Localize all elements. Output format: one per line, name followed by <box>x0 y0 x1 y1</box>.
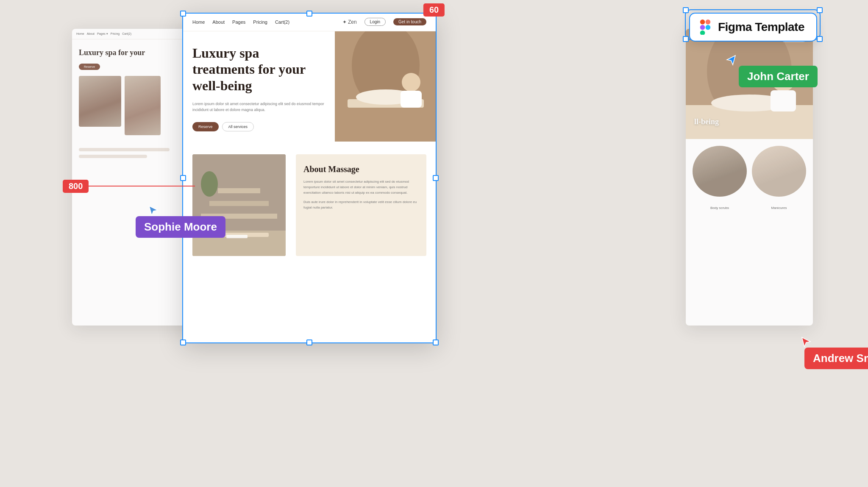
left-img-1 <box>79 76 121 127</box>
nav-contact-button[interactable]: Get in touch <box>393 18 426 25</box>
left-nav: Home About Pages ▾ Pricing Cart(2) <box>72 29 199 39</box>
john-carter-badge: John Carter <box>739 66 818 87</box>
svg-rect-25 <box>700 31 705 35</box>
andrew-smith-badge: Andrew Smith <box>804 348 868 369</box>
right-thumb-2 <box>752 146 806 197</box>
left-reserve-btn[interactable]: Reserve <box>79 64 100 70</box>
right-hero-title: ll-being <box>694 117 719 126</box>
hero-image <box>335 31 437 142</box>
figma-handle-tr[interactable] <box>817 7 823 13</box>
left-bottom <box>72 144 199 162</box>
left-preview-frame: Home About Pages ▾ Pricing Cart(2) Luxur… <box>72 29 199 326</box>
right-label-2: Manicures <box>752 206 806 210</box>
about-title: About Massage <box>303 164 419 174</box>
spa-hero-section: Luxury spa treatments for your well-bein… <box>182 31 437 142</box>
john-cursor-icon <box>725 54 737 66</box>
svg-rect-23 <box>706 19 711 25</box>
spa-about-section: About Massage Lorem ipsum dolor sit amet… <box>182 142 437 269</box>
right-thumb-1 <box>693 146 747 197</box>
lf-nav-pricing: Pricing <box>111 32 120 36</box>
svg-rect-22 <box>700 19 705 25</box>
nav-cart[interactable]: Cart(2) <box>275 19 289 25</box>
svg-rect-24 <box>700 25 705 30</box>
lf-nav-pages: Pages ▾ <box>97 32 108 36</box>
left-img-2 <box>125 76 161 135</box>
right-labels: Body scrubs Manicures <box>686 203 813 210</box>
measurement-top-label: 60 <box>423 3 445 17</box>
nav-login-button[interactable]: Login <box>364 18 386 26</box>
hero-title: Luxury spa treatments for your well-bein… <box>192 45 325 94</box>
right-hero-text: ll-being <box>694 117 719 126</box>
svg-rect-13 <box>226 235 248 238</box>
svg-rect-10 <box>218 188 260 193</box>
nav-pricing[interactable]: Pricing <box>253 19 267 25</box>
figma-badge-label: Figma Template <box>718 20 804 34</box>
hero-massage-photo <box>335 31 437 142</box>
nav-logo: ✦ Zen <box>342 19 357 25</box>
lf-nav-about: About <box>87 32 95 36</box>
sophie-cursor-icon <box>147 204 159 216</box>
svg-rect-9 <box>209 201 269 206</box>
figma-handle-br[interactable] <box>817 36 823 42</box>
reserve-button[interactable]: Reserve <box>192 122 219 131</box>
svg-point-26 <box>706 25 711 30</box>
svg-rect-21 <box>771 90 796 111</box>
hero-left-content: Luxury spa treatments for your well-bein… <box>182 31 335 142</box>
spa-navbar: Home About Pages Pricing Cart(2) ✦ Zen L… <box>182 13 437 31</box>
about-text-block: About Massage Lorem ipsum dolor sit amet… <box>296 154 426 256</box>
measurement-horizontal-line <box>76 186 195 186</box>
svg-rect-5 <box>401 91 422 108</box>
nav-pages[interactable]: Pages <box>232 19 245 25</box>
measurement-left-label: 800 <box>63 180 89 193</box>
sophie-moore-badge: Sophie Moore <box>136 216 225 238</box>
right-thumbnails <box>686 139 813 203</box>
nav-about[interactable]: About <box>212 19 225 25</box>
about-desc-1: Lorem ipsum dolor sit amet consectetur a… <box>303 179 419 195</box>
lf-nav-home: Home <box>76 32 84 36</box>
nav-home[interactable]: Home <box>192 19 205 25</box>
main-preview-frame: Home About Pages Pricing Cart(2) ✦ Zen L… <box>182 13 437 343</box>
canvas: Home About Pages ▾ Pricing Cart(2) Luxur… <box>0 0 868 487</box>
about-desc-2: Duis aute irure dolor in reprehenderit i… <box>303 200 419 211</box>
svg-point-11 <box>201 171 218 197</box>
andrew-cursor-icon <box>800 336 812 348</box>
lf-nav-cart: Cart(2) <box>122 32 131 36</box>
hero-description: Lorem ipsum dolor sit amet consectetur a… <box>192 101 325 113</box>
left-hero-title: Luxury spa for your <box>72 39 199 62</box>
hero-buttons: Reserve All services <box>192 122 325 131</box>
about-image <box>192 154 286 256</box>
services-button[interactable]: All services <box>222 122 254 131</box>
figma-handle-tl[interactable] <box>683 7 689 13</box>
left-images <box>72 76 199 135</box>
figma-logo-icon <box>698 19 713 35</box>
figma-template-badge: Figma Template <box>689 13 817 42</box>
right-label-1: Body scrubs <box>693 206 747 210</box>
svg-point-4 <box>402 73 420 92</box>
